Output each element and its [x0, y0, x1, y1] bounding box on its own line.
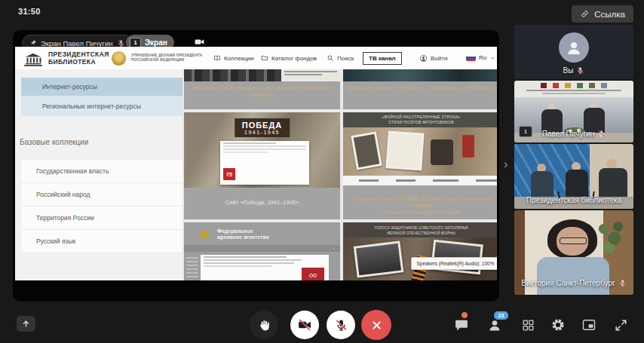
sidebar-collapse-chevron-icon[interactable]: › [501, 155, 511, 174]
nav-login[interactable]: Войти [419, 54, 447, 63]
sidebar-item-label: Русский язык [36, 237, 75, 245]
sidebar-item-people[interactable]: Российский народ [21, 183, 182, 207]
meeting-window: 31:50 Ссылка Экран Павел Пичугин 1 Экран… [0, 0, 644, 343]
participants-count-badge: 23 [494, 311, 508, 320]
chat-button[interactable] [452, 316, 471, 334]
screen-tab-label: Экран [145, 38, 167, 47]
language-label: Ru [479, 54, 486, 61]
tile-nuremberg[interactable]: Нюрнбергский процесс в документах россий… [184, 69, 340, 109]
tile-stalin-churchill-roosevelt[interactable]: Интернет-проект: «Сталин — Черчилль — Ру… [343, 69, 497, 109]
sidebar-item-regional-resources[interactable]: Региональные интернет-ресурсы [21, 96, 182, 116]
site-body: Интернет-ресурсы Региональные интернет-р… [15, 69, 497, 280]
share-screen-button[interactable] [17, 316, 35, 332]
sidebar-item-label: Российский народ [36, 191, 90, 198]
banner-line1: ГОЛОСА ЗАЩИТНИКОВ СОВЕТСКОГО ЗАПОЛЯРЬЯ [343, 225, 497, 231]
sidebar-item-government[interactable]: Государственная власть [21, 160, 182, 183]
sidebar-section-title: Базовые коллекции [20, 138, 88, 146]
mic-muted-icon [618, 279, 627, 287]
sidebar-item-territory[interactable]: Территория России [21, 207, 182, 230]
sidebar-item-label: Региональные интернет-ресурсы [42, 103, 141, 110]
title-line1: Федеральное [217, 228, 269, 234]
nav-catalog-label: Каталог фондов [271, 55, 317, 62]
tile-federal-archives[interactable]: Федеральное архивное агентство [184, 222, 340, 280]
apps-grid-button[interactable] [519, 316, 537, 334]
nav-search[interactable]: Поиск [327, 54, 354, 62]
sidebar-item-internet-resources[interactable]: Интернет-ресурсы [21, 78, 182, 96]
participant-tile-victoria[interactable]: Виктория Санкт-Петербург [514, 210, 633, 295]
site-screenshot-thumb: 75 [220, 141, 309, 185]
partner-logos [541, 83, 607, 88]
pin-icon [29, 39, 37, 47]
nav-catalog[interactable]: Каталог фондов [261, 54, 317, 62]
folder-icon [261, 54, 268, 62]
nav-collections-label: Коллекции [224, 55, 254, 62]
authority-text: УПРАВЛЕНИЕ ДЕЛАМИ ПРЕЗИДЕНТА РОССИЙСКОЙ … [131, 54, 202, 63]
eyeglasses [560, 237, 587, 244]
tile-image [343, 69, 497, 81]
russian-flag-icon [466, 54, 476, 61]
nav-search-label: Поиск [337, 55, 354, 62]
up-arrow-icon [21, 319, 31, 329]
sidebar-item-label: Государственная власть [36, 167, 109, 175]
participant-name: Виктория Санкт-Петербург [521, 279, 615, 287]
tile-image [343, 127, 497, 176]
tile-caption: Интернет-проект РГАФД «Войной расстрелян… [346, 195, 496, 216]
leave-call-button[interactable] [361, 310, 391, 340]
tile-caption: Нюрнбергский процесс в документах россий… [187, 84, 337, 98]
user-icon [419, 54, 428, 63]
tile-zapolyarye-voices[interactable]: ГОЛОСА ЗАЩИТНИКОВ СОВЕТСКОГО ЗАПОЛЯРЬЯ В… [343, 222, 497, 280]
nav-tv-label: ТВ канал [369, 55, 396, 62]
nav-login-label: Войти [431, 55, 447, 62]
tile-banner-heading: ГОЛОСА ЗАЩИТНИКОВ СОВЕТСКОГО ЗАПОЛЯРЬЯ В… [343, 222, 497, 237]
search-icon [327, 54, 334, 62]
camera-toggle-button[interactable] [290, 311, 319, 339]
pip-button[interactable] [580, 316, 598, 334]
close-icon [370, 319, 383, 332]
brand-line2: БИБЛИОТЕКА [48, 59, 109, 66]
pobeda-title: ПОБЕДА [242, 121, 283, 130]
invite-link-button[interactable]: Ссылка [572, 5, 633, 23]
sidebar-item-language[interactable]: Русский язык [21, 230, 182, 253]
language-selector[interactable]: Ru [466, 54, 495, 61]
chat-icon [454, 317, 469, 332]
archive-eagle-logo [196, 228, 213, 243]
tile-image: ПОБЕДА 1941-1945 75 [184, 112, 340, 188]
person-icon [565, 38, 583, 57]
authority-line2: РОССИЙСКОЙ ФЕДЕРАЦИИ [131, 58, 202, 63]
book-icon [213, 54, 221, 62]
nav-collections[interactable]: Коллекции [213, 54, 254, 62]
conference-banner [514, 81, 633, 97]
participant-tile-library[interactable]: Президентская библиотека [514, 144, 633, 209]
fullscreen-button[interactable] [612, 316, 630, 334]
screen-count-badge: 1 [130, 38, 141, 47]
tile-image [184, 69, 340, 81]
coat-of-arms-icon [112, 51, 126, 66]
mic-muted-icon [597, 130, 606, 138]
settings-button[interactable] [549, 316, 567, 334]
participant-name: Вы [563, 66, 574, 75]
glasses-icon [307, 271, 319, 280]
sidebar-item-label: Территория России [36, 214, 94, 222]
participant-tile-pavel[interactable]: 1 Павел Пичугин [514, 81, 633, 142]
raise-hand-button[interactable] [250, 311, 278, 339]
gear-icon [550, 317, 566, 332]
hand-icon [257, 318, 271, 332]
tile-side-menu [186, 255, 199, 280]
tile-war-poems[interactable]: «ВОЙНОЙ РАССТРЕЛЯННЫЕ СТРОКИ» СТИХИ ПОЭТ… [343, 112, 497, 219]
expand-icon [614, 318, 628, 332]
mic-muted-icon [117, 39, 125, 47]
shared-website: ПРЕЗИДЕНТСКАЯ БИБЛИОТЕКА УПРАВЛЕНИЕ ДЕЛА… [15, 47, 497, 280]
meeting-timer: 31:50 [18, 7, 41, 16]
mic-muted-icon [576, 66, 584, 75]
pobeda-years: 1941-1945 [242, 130, 283, 135]
participants-icon [487, 317, 502, 332]
pinned-share-label: Экран Павел Пичугин [41, 39, 113, 47]
nav-tv-channel[interactable]: ТВ канал [363, 52, 402, 65]
tile-pobeda-site[interactable]: ПОБЕДА 1941-1945 75 Сайт «Побе [184, 112, 340, 219]
caption-line2: Стихи поэтов-фронтовиков [346, 209, 496, 216]
tile-banner-heading: «ВОЙНОЙ РАССТРЕЛЯННЫЕ СТРОКИ» СТИХИ ПОЭТ… [343, 112, 497, 127]
mic-toggle-button[interactable] [327, 311, 355, 339]
camera-icon[interactable] [194, 36, 205, 47]
shared-screen-area: Экран Павел Пичугин 1 Экран ПРЕЗИДЕНТСКА… [13, 30, 499, 302]
participant-tile-you[interactable]: Вы [514, 25, 633, 79]
